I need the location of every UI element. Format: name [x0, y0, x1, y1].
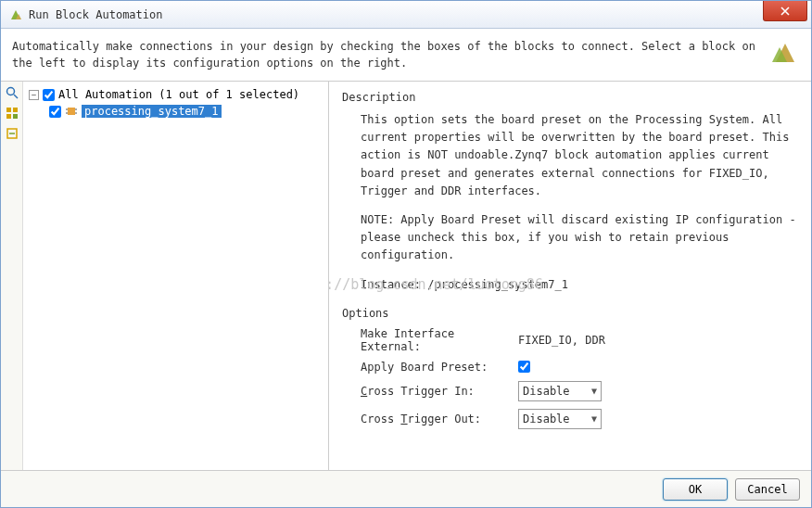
- make-interface-label: Make Interface External:: [361, 327, 518, 353]
- svg-line-5: [14, 95, 18, 98]
- tree-root-checkbox[interactable]: [43, 89, 55, 101]
- cross-trigger-out-value: Disable: [523, 413, 570, 425]
- cross-trigger-in-combo[interactable]: Disable ▼: [518, 381, 602, 401]
- options-heading: Options: [342, 307, 798, 320]
- cross-trigger-out-combo[interactable]: Disable ▼: [518, 409, 602, 429]
- option-cross-trigger-in: Cross Trigger In: Disable ▼: [361, 381, 798, 401]
- content-area: − All Automation (1 out of 1 selected) p…: [1, 81, 811, 470]
- apply-preset-label: Apply Board Preset:: [361, 361, 518, 374]
- make-interface-value: FIXED_IO, DDR: [518, 334, 605, 347]
- tree-collapse-icon[interactable]: −: [29, 90, 39, 100]
- intro-text: Automatically make connections in your d…: [12, 38, 761, 71]
- cancel-button[interactable]: Cancel: [735, 478, 800, 501]
- tree-toolbar: [1, 82, 23, 470]
- dialog-window: Run Block Automation Automatically make …: [0, 0, 812, 508]
- tree-child-item[interactable]: processing_system7_1: [47, 104, 324, 119]
- svg-rect-12: [68, 108, 75, 115]
- options-section: Options Make Interface External: FIXED_I…: [342, 307, 798, 429]
- chevron-down-icon: ▼: [591, 413, 597, 424]
- tree-panel: − All Automation (1 out of 1 selected) p…: [23, 82, 329, 470]
- svg-rect-8: [6, 114, 11, 119]
- svg-rect-9: [13, 114, 18, 119]
- tree-child-label: processing_system7_1: [82, 105, 222, 118]
- tree-root-item[interactable]: − All Automation (1 out of 1 selected): [27, 87, 324, 102]
- description-instance: Instance: /processing_system7_1: [361, 276, 798, 294]
- app-icon: [8, 7, 23, 22]
- option-apply-preset: Apply Board Preset:: [361, 361, 798, 374]
- svg-point-4: [6, 88, 14, 95]
- svg-rect-7: [13, 108, 18, 112]
- chevron-down-icon: ▼: [591, 386, 597, 396]
- svg-rect-6: [6, 108, 11, 112]
- tree-root-label: All Automation (1 out of 1 selected): [58, 88, 299, 101]
- dialog-footer: OK Cancel: [1, 470, 811, 507]
- collapse-all-icon[interactable]: [5, 126, 19, 141]
- apply-preset-checkbox[interactable]: [518, 361, 530, 373]
- expand-all-icon[interactable]: [5, 106, 19, 121]
- vivado-logo-icon: [770, 38, 800, 68]
- description-heading: Description: [342, 91, 798, 104]
- ok-button[interactable]: OK: [663, 478, 728, 501]
- cross-trigger-in-label: Cross Trigger In:: [361, 385, 518, 398]
- option-cross-trigger-out: Cross Trigger Out: Disable ▼: [361, 409, 798, 429]
- description-p2: NOTE: Apply Board Preset will discard ex…: [361, 211, 798, 265]
- close-icon: [780, 6, 790, 16]
- titlebar[interactable]: Run Block Automation: [1, 1, 811, 29]
- close-button[interactable]: [763, 1, 807, 21]
- option-make-interface: Make Interface External: FIXED_IO, DDR: [361, 327, 798, 353]
- intro-area: Automatically make connections in your d…: [1, 29, 811, 81]
- tree-child-checkbox[interactable]: [49, 106, 61, 118]
- cross-trigger-in-value: Disable: [523, 385, 570, 398]
- ip-block-icon: [65, 105, 78, 118]
- config-panel: http://blog.csdn.net/luotong86 Descripti…: [329, 82, 811, 470]
- cross-trigger-out-label: Cross Trigger Out:: [361, 413, 518, 425]
- window-title: Run Block Automation: [29, 8, 163, 21]
- description-body: This option sets the board preset on the…: [361, 111, 798, 294]
- search-icon[interactable]: [5, 85, 19, 100]
- description-p1: This option sets the board preset on the…: [361, 111, 798, 200]
